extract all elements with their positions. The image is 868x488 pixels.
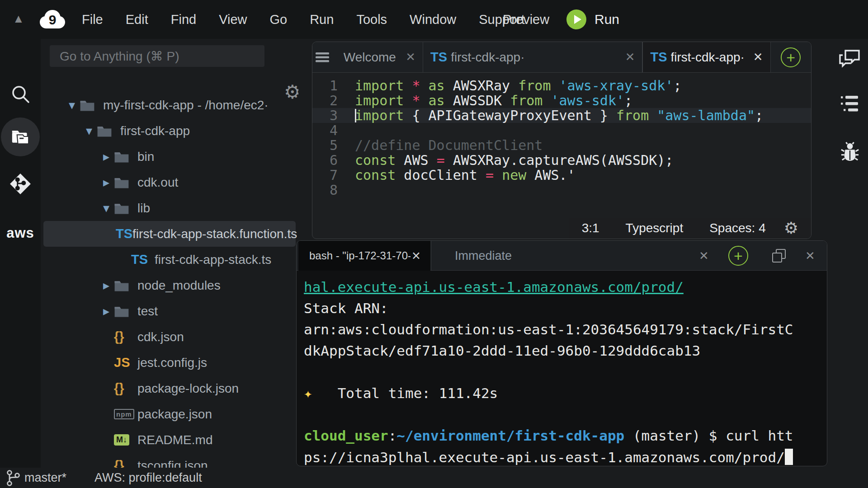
new-terminal-button[interactable]: + — [728, 241, 748, 271]
chevron-right-icon[interactable]: ▸ — [99, 149, 114, 164]
tree-item-node-modules[interactable]: ▸node_modules — [43, 272, 296, 298]
collaborate-chat-icon[interactable] — [832, 48, 868, 69]
menu-window[interactable]: Window — [398, 12, 467, 27]
menu-find[interactable]: Find — [160, 12, 208, 27]
tree-item-first-cdk-app-stack-function-ts[interactable]: TSfirst-cdk-app-stack.function.ts — [43, 221, 296, 247]
close-icon[interactable]: ✕ — [619, 50, 635, 64]
tree-item-jest-config-js[interactable]: JSjest.config.js — [43, 350, 296, 375]
debugger-bug-icon[interactable] — [832, 141, 868, 162]
git-branch-label[interactable]: master* — [24, 471, 66, 485]
left-icon-rail: aws — [0, 39, 41, 468]
tree-item-lib[interactable]: ▾lib — [43, 195, 296, 221]
run-button[interactable]: Run — [566, 9, 619, 29]
code-line-3: 3import { APIGatewayProxyEvent } from "a… — [312, 108, 811, 123]
menu-edit[interactable]: Edit — [114, 12, 160, 27]
aws-toolkit-icon[interactable]: aws — [0, 225, 41, 241]
tree-item-my-first-cdk-app-home-ec2-[interactable]: ▾my-first-cdk-app - /home/ec2· — [43, 92, 296, 118]
typescript-file-icon: TS — [650, 50, 667, 65]
new-tab-button[interactable]: + — [771, 42, 811, 72]
chevron-right-icon[interactable]: ▸ — [99, 278, 114, 293]
goto-anything-placeholder: Go to Anything (⌘ P) — [60, 49, 179, 64]
chevron-right-icon[interactable]: ▸ — [99, 175, 114, 190]
line-number: 6 — [312, 152, 345, 168]
terminal-output[interactable]: hal.execute-api.us-east-1.amazonaws.com/… — [297, 271, 827, 466]
code-text: import * as AWSSDK from 'aws-sdk'; — [345, 93, 632, 108]
indent-setting[interactable]: Spaces: 4 — [709, 221, 766, 235]
cloud9-logo-icon[interactable]: 9 — [39, 8, 66, 31]
tree-item-readme-md[interactable]: M↓README.md — [43, 427, 296, 453]
tree-item-bin[interactable]: ▸bin — [43, 144, 296, 169]
tab-list-menu-icon[interactable] — [312, 42, 333, 72]
chevron-down-icon[interactable]: ▾ — [64, 98, 80, 113]
goto-anything-input[interactable]: Go to Anything (⌘ P) — [50, 45, 264, 67]
tree-item-label: test — [137, 304, 158, 319]
menu-run[interactable]: Run — [298, 12, 345, 27]
search-icon[interactable] — [0, 83, 41, 105]
editor-settings-gear-icon[interactable]: ⚙ — [784, 219, 798, 238]
cursor-position[interactable]: 3:1 — [582, 221, 599, 235]
menu-tools[interactable]: Tools — [345, 12, 398, 27]
close-icon[interactable]: ✕ — [747, 50, 763, 64]
terminal-line: ps://icna3plhal.execute-api.us-east-1.am… — [304, 449, 827, 466]
npm-file-icon: npm — [114, 409, 137, 419]
tree-item-label: first-cdk-app-stack.function.ts — [132, 227, 297, 241]
tree-item-tsconfig-json[interactable]: {}tsconfig.json — [43, 453, 296, 468]
menu-view[interactable]: View — [208, 12, 258, 27]
tree-item-label: cdk.out — [137, 175, 178, 190]
menu-file[interactable]: File — [71, 12, 114, 27]
tree-item-cdk-json[interactable]: {}cdk.json — [43, 324, 296, 350]
menu-go[interactable]: Go — [258, 12, 298, 27]
preview-button[interactable]: Preview — [503, 12, 549, 27]
menu-items: FileEditFindViewGoRunToolsWindowSupport — [71, 0, 536, 39]
aws-profile-label[interactable]: AWS: profile:default — [94, 471, 202, 485]
chevron-down-icon[interactable]: ▾ — [81, 123, 97, 138]
language-mode[interactable]: Typescript — [626, 221, 684, 235]
file-tree: ▾my-first-cdk-app - /home/ec2·▾first-cdk… — [41, 92, 298, 468]
terminal-line: hal.execute-api.us-east-1.amazonaws.com/… — [304, 279, 827, 300]
folder-icon[interactable] — [0, 127, 41, 145]
right-icon-rail — [832, 39, 868, 468]
md-file-icon: M↓ — [114, 434, 137, 446]
code-line-2: 2import * as AWSSDK from 'aws-sdk'; — [312, 93, 811, 108]
tree-item-cdk-out[interactable]: ▸cdk.out — [43, 169, 296, 195]
folder-file-icon — [114, 150, 137, 163]
status-bar: master* AWS: profile:default — [0, 468, 868, 488]
tree-item-first-cdk-app-stack-ts[interactable]: TSfirst-cdk-app-stack.ts — [43, 247, 296, 272]
close-icon[interactable]: ✕ — [399, 50, 415, 64]
collapse-menubar-icon[interactable]: ▲ — [13, 12, 24, 26]
chevron-down-icon[interactable]: ▾ — [99, 201, 114, 216]
git-icon[interactable] — [0, 173, 41, 195]
code-text: //define DocumentClient — [345, 137, 542, 153]
json-file-icon: {} — [114, 458, 137, 468]
close-panel-icon[interactable]: ✕ — [805, 241, 815, 271]
close-icon[interactable]: ✕ — [699, 241, 709, 271]
tree-item-package-json[interactable]: npmpackage.json — [43, 401, 296, 427]
editor-tab-first-cdk-app-[interactable]: TSfirst-cdk-app·✕ — [423, 42, 642, 72]
tree-item-package-lock-json[interactable]: {}package-lock.json — [43, 375, 296, 401]
code-text: const AWS = AWSXRay.captureAWS(AWSSDK); — [345, 152, 673, 168]
line-number: 1 — [312, 78, 345, 94]
code-text: const docClient = new AWS.' — [345, 167, 576, 183]
run-button-label: Run — [594, 12, 619, 27]
tree-item-label: package-lock.json — [137, 381, 239, 396]
code-line-8: 8 — [312, 183, 811, 197]
close-icon[interactable]: ✕ — [411, 249, 421, 263]
terminal-link[interactable]: hal.execute-api.us-east-1.amazonaws.com/… — [304, 279, 684, 295]
file-tree-panel: Go to Anything (⌘ P) ⚙▾ ▾my-first-cdk-ap… — [41, 39, 298, 468]
line-number: 3 — [312, 108, 345, 123]
editor-tab-welcome[interactable]: Welcome✕ — [333, 42, 423, 72]
tree-item-first-cdk-app[interactable]: ▾first-cdk-app — [43, 118, 296, 144]
tab-label: Welcome — [344, 50, 396, 65]
code-editor[interactable]: 1import * as AWSXRay from 'aws-xray-sdk'… — [312, 73, 811, 197]
chevron-right-icon[interactable]: ▸ — [99, 304, 114, 319]
terminal-tab-bash[interactable]: bash - "ip-172-31-70-138 ✕ — [298, 241, 430, 271]
plus-icon: + — [781, 47, 801, 67]
outline-icon[interactable] — [832, 94, 868, 114]
terminal-tab-immediate[interactable]: Immediate — [455, 241, 512, 271]
tree-item-test[interactable]: ▸test — [43, 298, 296, 324]
editor-tab-first-cdk-app-[interactable]: TSfirst-cdk-app·✕ — [642, 42, 770, 72]
editor-panel: Welcome✕TSfirst-cdk-app·✕TSfirst-cdk-app… — [312, 42, 811, 239]
json-file-icon: {} — [114, 381, 137, 396]
split-panel-icon[interactable] — [772, 241, 786, 271]
tree-item-label: node_modules — [137, 278, 221, 293]
